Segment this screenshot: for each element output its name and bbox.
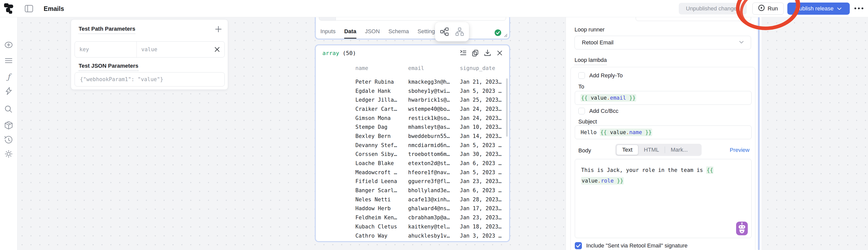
settings-icon[interactable] [4,149,13,159]
download-icon[interactable] [483,49,492,58]
run-button[interactable]: Run [752,3,784,15]
test-params-panel: Test Path Parameters Test JSON Parameter… [71,19,228,90]
table-row[interactable]: Ledger Jilla…hwarbrick1s@…Jan 25, 2023… [316,95,507,104]
tab-text[interactable]: Text [616,145,638,155]
subject-input[interactable]: Hello {{ value.name }} [575,126,751,139]
menu-icon[interactable] [4,56,13,65]
table-row[interactable]: Cathro Wayahucklesby1v…Jan 3, 2023 … [316,231,507,239]
resize-handle[interactable] [503,33,507,37]
table-row[interactable]: Banger Scarl…bhollyland3e…Jan 6, 2023 … [316,186,507,195]
tab-html[interactable]: HTML [638,145,664,155]
column-header: signup_date [460,65,495,71]
table-cell: Jan 25, 2023… [460,97,501,103]
panel-scrollbar[interactable] [758,17,760,250]
table-cell: Jan 17, 2023… [460,206,501,212]
add-block-icon[interactable] [4,40,13,50]
more-options-icon[interactable] [853,4,865,13]
remove-param-icon[interactable] [210,41,224,57]
table-row[interactable]: Fifield Leenagguerre3f@fl…Jan 23, 2023… [316,177,507,186]
table-cell: bweddeburn55… [408,133,450,139]
param-key-input[interactable] [75,41,136,57]
template-token: {{ value.email }} [581,94,636,102]
tab-settings[interactable]: Settings [417,24,438,38]
ai-assistant-icon[interactable] [736,222,748,235]
table-cell: hwarbrick1s@… [408,97,450,103]
table-cell: cbrabham3p@a… [408,215,450,221]
copy-icon[interactable] [471,49,479,58]
subject-label: Subject [578,118,597,125]
close-icon[interactable] [495,49,504,58]
table-cell: Gimson Mona [355,115,391,121]
table-row[interactable]: Gimson Monarestick1k@so…Jan 24, 2023… [316,114,507,123]
table-cell: Devanny Stef… [355,142,397,148]
flow-horizontal-icon[interactable] [440,27,449,36]
template-token: {{ value.name }} [600,129,652,136]
package-icon[interactable] [4,120,13,130]
table-row[interactable]: Bexley Bernbweddeburn55…Jan 14, 2023… [316,132,507,141]
table-cell: Jan 3, 2023 … [460,233,501,239]
table-cell: gguerre3f@fl… [408,178,450,184]
layout-toggle-pill [435,22,469,41]
table-cell: kmackegg3n@h… [408,79,450,85]
table-cell: Fifield Leena [355,178,397,184]
add-reply-to-checkbox[interactable] [578,72,585,79]
table-row[interactable]: Craiker Cart…wstempe40@bo…Jan 24, 2023… [316,104,507,114]
add-param-button[interactable] [214,25,223,34]
table-cell: Jan 10, 2023… [460,124,501,130]
param-value-input[interactable] [137,41,210,57]
success-check-icon [494,29,501,36]
table-row[interactable]: Peter Rubinakmackegg3n@h…Jan 21, 2023… [316,77,507,87]
table-row[interactable]: Kubach Cletuskaitkeny@tel…Jan 18, 2023… [316,222,507,231]
table-cell: Haddow Herb [355,206,391,212]
signature-row: Include "Sent via Retool Email" signatur… [575,242,688,249]
table-row[interactable]: Loache Blakeetexton2d@st…Jan 6, 2023 … [316,159,507,168]
clipped-input[interactable] [636,17,751,21]
status-badge: Unpublished changes [679,3,747,14]
trigger-icon[interactable] [4,86,13,96]
tab-data[interactable]: Data [344,24,356,38]
chevron-down-icon [837,5,842,12]
table-row[interactable]: Stempe Dagmhamsleyt@as…Jan 10, 2023… [316,122,507,132]
email-config-panel: Loop runner Retool Email Loop lambda Add… [566,17,762,250]
data-viewer-panel: array (50) name email signup_date Peter … [315,45,509,241]
table-cell: Jan 18, 2023… [460,224,501,230]
table-cell: sbohey1y@twi… [408,88,450,94]
loop-lambda-label: Loop lambda [575,57,607,65]
table-row[interactable]: Devanny Stef…nmcdiarmid6n…Jan 5, 2023 … [316,141,507,150]
table-cell: Banger Scarl… [355,187,397,193]
table-row[interactable]: Haddow Herbghalward4@ns…Jan 17, 2023… [316,204,507,213]
signature-checkbox[interactable] [575,242,582,249]
tab-inputs[interactable]: Inputs [320,24,336,38]
table-row[interactable]: Neles Nettiacafe13@xinh…Jan 28, 2023… [316,195,507,204]
table-cell: Jan 6, 2023 … [460,187,501,193]
table-row[interactable]: Meadowcroft …hfeore1f@nav…Jan 5, 2023 … [316,168,507,177]
search-icon[interactable] [4,105,13,114]
top-bar: Emails Unpublished changes Run Publish r… [0,0,868,17]
data-scrollbar[interactable] [506,79,508,137]
loop-runner-select[interactable]: Retool Email [575,36,751,50]
column-header: name [355,65,368,71]
json-params-input[interactable] [74,72,225,87]
table-cell: Jan 28, 2023… [460,196,501,202]
sidebar-toggle-icon[interactable] [24,5,33,12]
body-format-tabs: Text HTML Mark... [615,144,702,156]
table-row[interactable]: Corssen Siby…troebottom6m…Jan 30, 2023… [316,150,507,159]
add-reply-to-row: Add Reply-To [578,72,623,79]
table-row[interactable]: Feldheim Ken…cbrabham3p@a…Jan 23, 2023… [316,213,507,222]
tab-schema[interactable]: Schema [389,24,409,38]
expand-rows-icon[interactable] [459,49,467,58]
to-input[interactable]: {{ value.email }} [575,91,751,105]
tab-json[interactable]: JSON [365,24,380,38]
function-icon[interactable]: ƒ [4,72,13,82]
page-title: Emails [43,5,64,12]
preview-link[interactable]: Preview [730,147,749,153]
history-icon[interactable] [4,135,13,145]
add-cc-bcc-checkbox[interactable] [578,108,585,114]
publish-release-button[interactable]: Publish release [787,3,850,15]
flow-vertical-icon[interactable] [455,27,464,36]
body-textarea[interactable]: This is Jack, your role in the team is {… [575,159,751,238]
data-actions [459,49,504,58]
table-row[interactable]: Egdale Hanksbohey1y@twi…Jan 5, 2023 … [316,87,507,96]
loop-lambda-card: Add Reply-To To {{ value.email }} Add Cc… [570,67,755,250]
tab-markdown[interactable]: Mark... [665,145,693,155]
